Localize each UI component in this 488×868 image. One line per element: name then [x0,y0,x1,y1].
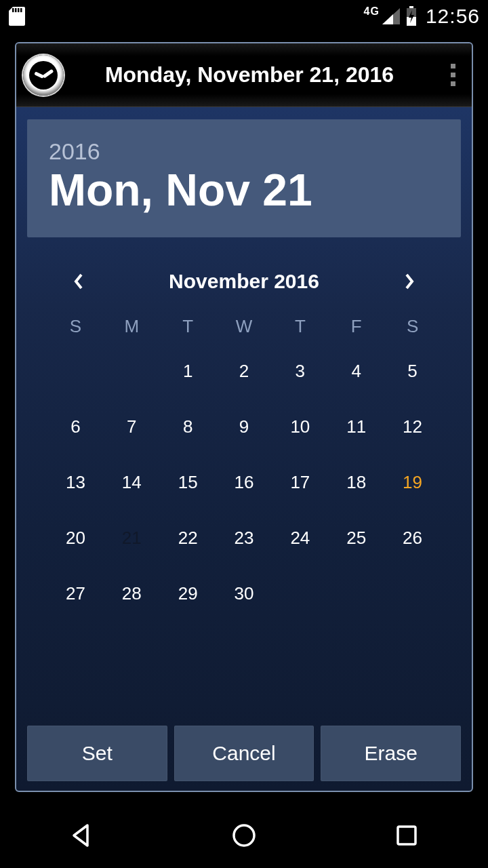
dow-label: S [47,316,104,337]
calendar-day [104,357,160,384]
calendar-day[interactable]: 13 [47,469,104,496]
cancel-button[interactable]: Cancel [174,726,314,781]
calendar-day[interactable]: 20 [47,524,104,551]
calendar-day[interactable]: 26 [384,524,441,551]
dow-label: F [328,316,384,337]
dialog-titlebar: Monday, November 21, 2016 [16,43,472,107]
calendar-day[interactable]: 5 [384,357,441,384]
calendar-day[interactable]: 30 [216,580,272,607]
calendar-week: 20212223242526 [47,524,441,551]
svg-rect-3 [20,8,22,12]
recents-button[interactable] [366,815,447,856]
calendar-day [328,580,384,607]
calendar-day[interactable]: 11 [328,413,384,440]
status-bar: 4G 12:56 [0,0,488,33]
calendar-day[interactable]: 8 [160,413,216,440]
prev-month-button[interactable] [69,272,88,291]
back-button[interactable] [41,815,122,856]
calendar-day[interactable]: 16 [216,469,272,496]
calendar-day[interactable]: 21 [104,524,160,551]
dow-label: T [272,316,328,337]
selected-date-header[interactable]: 2016 Mon, Nov 21 [27,119,461,237]
svg-rect-2 [18,8,20,12]
dow-label: M [104,316,160,337]
calendar-day[interactable]: 10 [272,413,328,440]
network-type-label: 4G [364,5,380,18]
calendar-week: 13141516171819 [47,469,441,496]
calendar-day[interactable]: 19 [384,469,441,496]
dow-label: W [216,316,272,337]
sdcard-icon [8,6,26,26]
svg-point-6 [234,825,254,846]
calendar-day[interactable]: 6 [47,413,104,440]
calendar-day[interactable]: 7 [104,413,160,440]
calendar-day[interactable]: 18 [328,469,384,496]
dow-label: S [384,316,441,337]
selected-day: Mon, Nov 21 [49,166,439,214]
svg-rect-0 [12,8,14,12]
overflow-menu-button[interactable] [441,60,465,90]
calendar-week: 12345 [47,357,441,384]
clock-icon [23,55,64,96]
calendar-day[interactable]: 9 [216,413,272,440]
set-button[interactable]: Set [27,726,167,781]
calendar-day[interactable]: 24 [272,524,328,551]
calendar-day[interactable]: 23 [216,524,272,551]
android-nav-bar [0,803,488,868]
calendar-day[interactable]: 3 [272,357,328,384]
calendar-week: 6789101112 [47,413,441,440]
next-month-button[interactable] [400,272,419,291]
status-clock: 12:56 [426,5,480,28]
calendar-day[interactable]: 4 [328,357,384,384]
calendar-day [384,580,441,607]
calendar-day[interactable]: 12 [384,413,441,440]
svg-rect-1 [15,8,17,12]
svg-rect-4 [409,6,413,8]
selected-year[interactable]: 2016 [49,138,439,165]
home-button[interactable] [203,815,285,856]
calendar-week: 27282930 [47,580,441,607]
calendar-day[interactable]: 29 [160,580,216,607]
calendar-day [47,357,104,384]
calendar-day[interactable]: 15 [160,469,216,496]
calendar-day[interactable]: 22 [160,524,216,551]
calendar-day[interactable]: 1 [160,357,216,384]
calendar-day[interactable]: 14 [104,469,160,496]
day-of-week-header: S M T W T F S [47,316,441,337]
calendar-day[interactable]: 27 [47,580,104,607]
calendar-day[interactable]: 2 [216,357,272,384]
erase-button[interactable]: Erase [321,726,461,781]
battery-icon [405,6,418,26]
dow-label: T [160,316,216,337]
svg-rect-7 [398,827,415,844]
month-year-label: November 2016 [169,270,319,293]
calendar-day[interactable]: 28 [104,580,160,607]
calendar-day[interactable]: 17 [272,469,328,496]
signal-icon [381,7,401,26]
calendar-day [272,580,328,607]
dialog-title: Monday, November 21, 2016 [64,62,441,87]
date-picker-dialog: Monday, November 21, 2016 2016 Mon, Nov … [15,42,473,792]
calendar-day[interactable]: 25 [328,524,384,551]
